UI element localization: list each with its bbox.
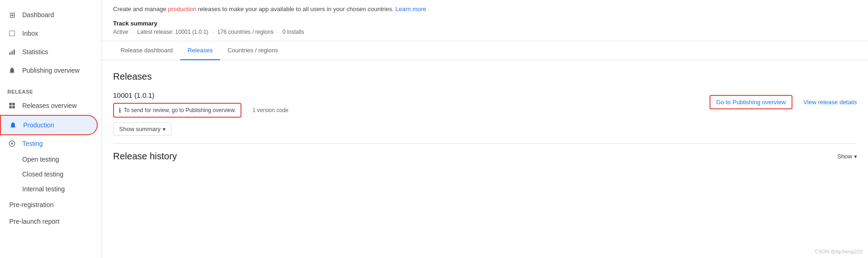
testing-icon bbox=[7, 139, 17, 148]
svg-point-3 bbox=[11, 143, 13, 145]
learn-more-link[interactable]: Learn more bbox=[395, 6, 426, 13]
release-history-header: Release history Show ▾ bbox=[113, 151, 857, 162]
sidebar-label-pre-launch-report: Pre-launch report bbox=[7, 218, 59, 225]
track-latest-release: Latest release: 10001 (1.0.1) bbox=[137, 29, 208, 35]
track-summary-info: Active · Latest release: 10001 (1.0.1) ·… bbox=[113, 29, 857, 35]
track-summary: Track summary Active · Latest release: 1… bbox=[102, 16, 868, 41]
watermark: CSDN @fqcheng220 bbox=[815, 249, 862, 254]
release-section-label: Release bbox=[0, 83, 101, 96]
review-notice-text: To send for review, go to Publishing ove… bbox=[124, 107, 236, 113]
show-label: Show bbox=[837, 153, 852, 160]
svg-rect-1 bbox=[12, 51, 13, 55]
dot-sep-2: · bbox=[212, 29, 213, 35]
track-installs: 0 installs bbox=[283, 29, 304, 35]
info-icon: ℹ bbox=[119, 107, 121, 114]
tab-countries-regions[interactable]: Countries / regions bbox=[220, 41, 285, 60]
releases-section-title: Releases bbox=[113, 71, 857, 82]
version-code-text: 1 version code bbox=[252, 107, 288, 113]
sidebar-label-inbox: Inbox bbox=[22, 30, 38, 37]
sidebar-item-publishing-overview[interactable]: Publishing overview bbox=[0, 61, 98, 80]
sidebar-item-releases-overview[interactable]: Releases overview bbox=[0, 96, 98, 115]
release-left: 10001 (1.0.1) ℹ To send for review, go t… bbox=[113, 91, 710, 136]
sidebar-label-releases-overview: Releases overview bbox=[22, 102, 77, 109]
sidebar-item-closed-testing[interactable]: Closed testing bbox=[0, 167, 98, 182]
sidebar-item-dashboard[interactable]: ⊞ Dashboard bbox=[0, 6, 98, 24]
description-text: releases to make your app available to a… bbox=[198, 6, 394, 13]
sidebar-label-statistics: Statistics bbox=[22, 48, 48, 56]
sidebar: ⊞ Dashboard ☐ Inbox Statistics Publishin… bbox=[0, 0, 102, 258]
sidebar-item-internal-testing[interactable]: Internal testing bbox=[0, 182, 98, 196]
svg-rect-2 bbox=[13, 50, 15, 55]
release-right-actions: Go to Publishing overview View release d… bbox=[710, 91, 857, 109]
svg-rect-0 bbox=[9, 52, 11, 55]
dot-sep-3: · bbox=[277, 29, 279, 35]
sidebar-item-inbox[interactable]: ☐ Inbox bbox=[0, 24, 98, 43]
show-summary-chevron-icon: ▾ bbox=[163, 126, 165, 132]
tabs-bar: Release dashboard Releases Countries / r… bbox=[102, 41, 868, 60]
sidebar-label-open-testing: Open testing bbox=[22, 156, 59, 163]
sidebar-top-items: ⊞ Dashboard ☐ Inbox Statistics Publishin… bbox=[0, 0, 101, 83]
releases-overview-icon bbox=[7, 101, 17, 110]
tab-releases[interactable]: Releases bbox=[180, 41, 220, 60]
inbox-icon: ☐ bbox=[7, 29, 17, 38]
sidebar-item-production[interactable]: Production bbox=[0, 115, 98, 135]
version-code-badge: · 1 version code bbox=[249, 107, 288, 113]
dashboard-icon: ⊞ bbox=[7, 10, 17, 19]
release-info-row: ℹ To send for review, go to Publishing o… bbox=[113, 103, 710, 118]
review-notice: ℹ To send for review, go to Publishing o… bbox=[113, 103, 241, 118]
track-countries: 176 countries / regions bbox=[217, 29, 273, 35]
main-content-area: Releases 10001 (1.0.1) ℹ To send for rev… bbox=[102, 60, 868, 258]
release-row-main: 10001 (1.0.1) ℹ To send for review, go t… bbox=[113, 91, 857, 136]
release-card: 10001 (1.0.1) ℹ To send for review, go t… bbox=[113, 91, 857, 136]
show-summary-label: Show summary bbox=[119, 126, 161, 132]
sidebar-label-publishing-overview: Publishing overview bbox=[22, 67, 80, 74]
track-summary-title: Track summary bbox=[113, 20, 857, 27]
top-description: Create and manage production releases to… bbox=[102, 0, 868, 16]
production-icon bbox=[8, 120, 18, 130]
dot-sep-1: · bbox=[132, 29, 133, 35]
publishing-overview-icon bbox=[7, 66, 17, 75]
dot-version: · bbox=[249, 107, 250, 113]
sidebar-item-testing[interactable]: Testing bbox=[0, 135, 98, 152]
sidebar-label-pre-registration: Pre-registration bbox=[7, 201, 54, 208]
sidebar-label-internal-testing: Internal testing bbox=[22, 185, 65, 193]
sidebar-label-dashboard: Dashboard bbox=[22, 11, 54, 19]
sidebar-label-testing: Testing bbox=[22, 140, 43, 147]
sidebar-item-pre-launch-report[interactable]: Pre-launch report bbox=[0, 213, 98, 230]
track-status: Active bbox=[113, 29, 128, 35]
highlight-production: production bbox=[168, 6, 196, 13]
section-divider bbox=[113, 143, 857, 144]
sidebar-item-open-testing[interactable]: Open testing bbox=[0, 152, 98, 167]
sidebar-item-pre-registration[interactable]: Pre-registration bbox=[0, 196, 98, 213]
go-to-publishing-overview-link[interactable]: Go to Publishing overview bbox=[710, 95, 792, 109]
view-release-details-link[interactable]: View release details bbox=[804, 99, 857, 106]
sidebar-label-closed-testing: Closed testing bbox=[22, 170, 63, 178]
release-history-title: Release history bbox=[113, 151, 177, 162]
main-content: Create and manage production releases to… bbox=[102, 0, 868, 258]
show-summary-button[interactable]: Show summary ▾ bbox=[113, 122, 171, 136]
tab-release-dashboard[interactable]: Release dashboard bbox=[113, 41, 180, 60]
statistics-icon bbox=[7, 47, 17, 57]
release-version: 10001 (1.0.1) bbox=[113, 91, 710, 99]
sidebar-label-production: Production bbox=[23, 121, 54, 129]
show-chevron-icon: ▾ bbox=[854, 153, 857, 160]
sidebar-item-statistics[interactable]: Statistics bbox=[0, 43, 98, 61]
show-release-history-button[interactable]: Show ▾ bbox=[837, 153, 857, 160]
